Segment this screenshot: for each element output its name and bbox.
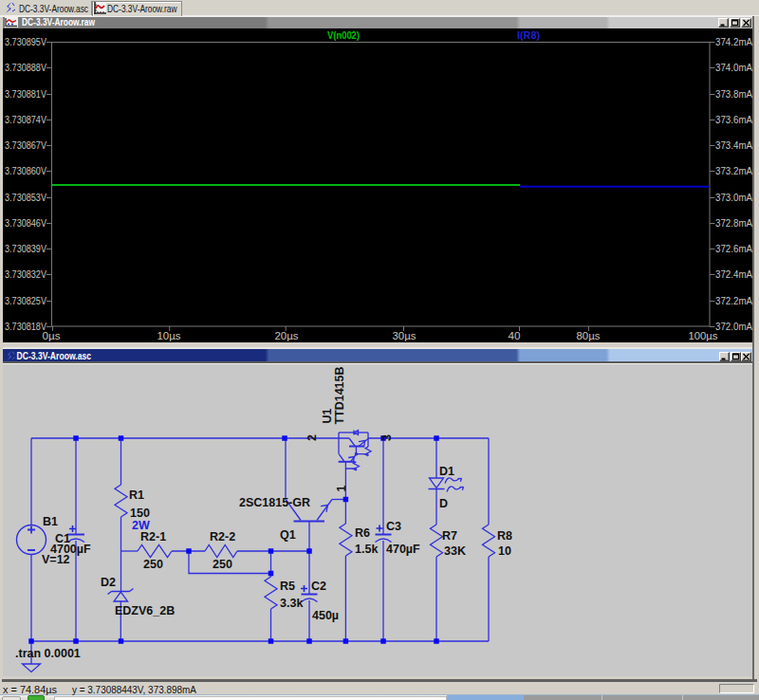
svg-text:3.730846V: 3.730846V [5, 217, 46, 229]
svg-text:x = 74.84µs: x = 74.84µs [3, 684, 57, 695]
svg-text:373.2mA: 373.2mA [715, 165, 752, 176]
svg-text:C3: C3 [386, 520, 401, 533]
svg-text:10: 10 [498, 544, 511, 558]
svg-text:374.2mA: 374.2mA [715, 36, 752, 47]
svg-text:DC-3.3V-Aroow.raw: DC-3.3V-Aroow.raw [22, 16, 95, 28]
svg-text:470µF: 470µF [386, 543, 420, 556]
svg-text:4700µF: 4700µF [50, 543, 91, 556]
svg-text:C2: C2 [311, 580, 326, 593]
svg-text:0µs: 0µs [43, 330, 61, 341]
svg-text:3.730853V: 3.730853V [5, 192, 46, 203]
svg-text:U1: U1 [321, 408, 334, 423]
svg-text:30µs: 30µs [393, 330, 417, 341]
svg-text:40: 40 [509, 330, 521, 341]
svg-text:EDZV6_2B: EDZV6_2B [115, 604, 175, 617]
svg-text:374.0mA: 374.0mA [715, 62, 752, 73]
svg-text:1.5k: 1.5k [355, 543, 378, 556]
svg-text:33K: 33K [444, 544, 466, 558]
svg-text:372.0mA: 372.0mA [715, 321, 752, 332]
svg-text:3.730839V: 3.730839V [5, 243, 46, 254]
svg-text:Q1: Q1 [280, 528, 296, 542]
svg-text:TTD1415B: TTD1415B [333, 366, 346, 424]
svg-text:3.3k: 3.3k [280, 597, 303, 610]
svg-text:R7: R7 [442, 529, 457, 543]
svg-text:373.4mA: 373.4mA [715, 139, 752, 151]
svg-text:250: 250 [143, 558, 163, 571]
svg-text:3.730832V: 3.730832V [5, 268, 46, 280]
svg-text:R2-2: R2-2 [210, 530, 235, 543]
svg-text:3.730825V: 3.730825V [5, 295, 46, 306]
svg-text:D1: D1 [439, 465, 454, 478]
svg-text:2: 2 [305, 434, 319, 441]
svg-text:y = 3.73088443V, 373.898mA: y = 3.73088443V, 373.898mA [72, 684, 196, 695]
svg-text:10µs: 10µs [157, 330, 181, 341]
svg-text:372.6mA: 372.6mA [715, 243, 752, 254]
svg-text:DC-3.3V-Aroow.asc: DC-3.3V-Aroow.asc [17, 350, 92, 361]
svg-text:D2: D2 [101, 576, 116, 589]
svg-text:3.730860V: 3.730860V [5, 165, 46, 176]
svg-text:V(n002): V(n002) [327, 29, 360, 41]
svg-text:1: 1 [335, 485, 348, 491]
svg-text:3.730888V: 3.730888V [5, 62, 46, 73]
svg-text:372.2mA: 372.2mA [715, 295, 752, 306]
svg-text:3.730867V: 3.730867V [5, 139, 46, 151]
svg-text:DC-3.3V-Aroow.raw: DC-3.3V-Aroow.raw [107, 3, 177, 14]
svg-text:250: 250 [213, 558, 232, 571]
svg-text:DC-3.3V-Aroow.asc: DC-3.3V-Aroow.asc [19, 3, 88, 14]
svg-text:3.730818V: 3.730818V [5, 321, 46, 332]
svg-text:373.0mA: 373.0mA [715, 192, 752, 203]
svg-text:373.6mA: 373.6mA [715, 114, 752, 125]
svg-text:373.8mA: 373.8mA [715, 88, 752, 100]
svg-text:.tran 0.0001: .tran 0.0001 [15, 647, 81, 660]
svg-text:80µs: 80µs [577, 330, 601, 341]
svg-text:100µs: 100µs [689, 330, 718, 341]
svg-text:372.4mA: 372.4mA [715, 268, 752, 280]
svg-text:2SC1815-GR: 2SC1815-GR [239, 496, 310, 509]
svg-text:3: 3 [380, 434, 394, 441]
svg-text:B1: B1 [43, 515, 58, 528]
svg-text:R5: R5 [280, 580, 295, 593]
svg-text:3.730874V: 3.730874V [5, 114, 46, 125]
svg-text:3.730881V: 3.730881V [5, 88, 46, 100]
svg-text:R1: R1 [129, 488, 144, 502]
svg-text:D: D [439, 497, 448, 510]
svg-text:150: 150 [130, 507, 150, 520]
svg-text:20µs: 20µs [275, 330, 299, 341]
svg-text:450µ: 450µ [312, 609, 339, 622]
svg-text:I(R8): I(R8) [517, 29, 540, 41]
svg-text:R8: R8 [497, 529, 512, 543]
svg-text:R6: R6 [355, 526, 370, 540]
svg-text:372.8mA: 372.8mA [715, 217, 752, 229]
svg-text:R2-1: R2-1 [140, 530, 166, 543]
svg-text:3.730895V: 3.730895V [5, 36, 46, 47]
